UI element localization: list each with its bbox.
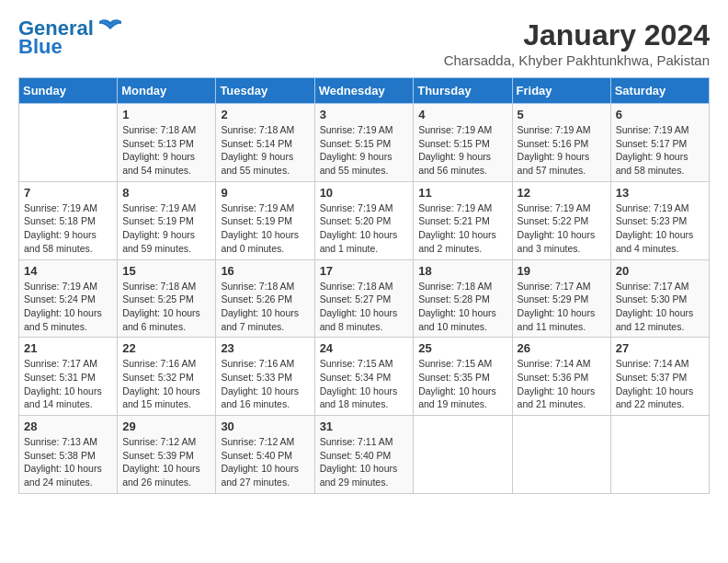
day-info: Sunrise: 7:19 AMSunset: 5:17 PMDaylight:… [616, 123, 704, 178]
day-info: Sunrise: 7:19 AMSunset: 5:23 PMDaylight:… [616, 201, 704, 256]
calendar-cell: 24Sunrise: 7:15 AMSunset: 5:34 PMDayligh… [314, 338, 414, 416]
calendar-week-row: 21Sunrise: 7:17 AMSunset: 5:31 PMDayligh… [19, 338, 710, 416]
calendar-cell: 17Sunrise: 7:18 AMSunset: 5:27 PMDayligh… [314, 259, 414, 338]
calendar-cell: 15Sunrise: 7:18 AMSunset: 5:25 PMDayligh… [118, 259, 216, 338]
day-number: 19 [518, 264, 606, 278]
day-info: Sunrise: 7:15 AMSunset: 5:35 PMDaylight:… [418, 357, 506, 411]
calendar-cell [610, 416, 709, 494]
calendar-cell: 25Sunrise: 7:15 AMSunset: 5:35 PMDayligh… [414, 338, 512, 416]
day-number: 26 [518, 341, 606, 355]
location-subtitle: Charsadda, Khyber Pakhtunkhwa, Pakistan [444, 52, 710, 68]
calendar-cell: 30Sunrise: 7:12 AMSunset: 5:40 PMDayligh… [216, 416, 314, 494]
calendar-table: Sunday Monday Tuesday Wednesday Thursday… [18, 77, 710, 494]
day-info: Sunrise: 7:18 AMSunset: 5:28 PMDaylight:… [418, 280, 506, 334]
day-info: Sunrise: 7:19 AMSunset: 5:18 PMDaylight:… [24, 201, 112, 256]
calendar-week-row: 28Sunrise: 7:13 AMSunset: 5:38 PMDayligh… [19, 416, 710, 494]
day-number: 5 [518, 108, 606, 121]
day-info: Sunrise: 7:19 AMSunset: 5:16 PMDaylight:… [518, 123, 606, 178]
day-info: Sunrise: 7:18 AMSunset: 5:27 PMDaylight:… [320, 280, 409, 334]
day-number: 4 [418, 108, 506, 121]
day-info: Sunrise: 7:18 AMSunset: 5:26 PMDaylight:… [221, 280, 309, 334]
logo-bird-icon [97, 18, 123, 39]
day-number: 7 [24, 186, 112, 200]
calendar-cell: 16Sunrise: 7:18 AMSunset: 5:26 PMDayligh… [216, 259, 314, 338]
calendar-cell: 1Sunrise: 7:18 AMSunset: 5:13 PMDaylight… [118, 104, 216, 182]
day-number: 10 [320, 186, 409, 200]
calendar-cell: 5Sunrise: 7:19 AMSunset: 5:16 PMDaylight… [512, 104, 610, 182]
day-info: Sunrise: 7:16 AMSunset: 5:32 PMDaylight:… [122, 357, 210, 411]
day-number: 23 [221, 341, 309, 355]
day-number: 6 [616, 108, 704, 121]
header-friday: Friday [512, 78, 610, 104]
day-info: Sunrise: 7:15 AMSunset: 5:34 PMDaylight:… [320, 357, 409, 411]
day-number: 30 [221, 419, 309, 433]
calendar-header-row: Sunday Monday Tuesday Wednesday Thursday… [19, 78, 710, 104]
day-number: 27 [616, 341, 704, 355]
calendar-cell: 21Sunrise: 7:17 AMSunset: 5:31 PMDayligh… [19, 338, 118, 416]
day-number: 28 [24, 419, 112, 433]
day-number: 18 [418, 264, 506, 278]
calendar-cell: 3Sunrise: 7:19 AMSunset: 5:15 PMDaylight… [314, 104, 414, 182]
calendar-cell: 13Sunrise: 7:19 AMSunset: 5:23 PMDayligh… [610, 181, 709, 259]
day-info: Sunrise: 7:18 AMSunset: 5:25 PMDaylight:… [122, 280, 210, 334]
day-number: 20 [616, 264, 704, 278]
header-saturday: Saturday [610, 78, 709, 104]
calendar-cell: 9Sunrise: 7:19 AMSunset: 5:19 PMDaylight… [216, 181, 314, 259]
day-info: Sunrise: 7:17 AMSunset: 5:31 PMDaylight:… [24, 357, 112, 411]
calendar-cell: 4Sunrise: 7:19 AMSunset: 5:15 PMDaylight… [414, 104, 512, 182]
day-number: 3 [320, 108, 409, 121]
day-info: Sunrise: 7:11 AMSunset: 5:40 PMDaylight:… [320, 435, 409, 489]
day-number: 17 [320, 264, 409, 278]
day-info: Sunrise: 7:14 AMSunset: 5:37 PMDaylight:… [616, 357, 704, 411]
calendar-week-row: 7Sunrise: 7:19 AMSunset: 5:18 PMDaylight… [19, 181, 710, 259]
day-info: Sunrise: 7:19 AMSunset: 5:24 PMDaylight:… [24, 280, 112, 334]
day-number: 29 [122, 419, 210, 433]
header-thursday: Thursday [414, 78, 512, 104]
day-number: 9 [221, 186, 309, 200]
calendar-cell: 28Sunrise: 7:13 AMSunset: 5:38 PMDayligh… [19, 416, 118, 494]
calendar-cell: 26Sunrise: 7:14 AMSunset: 5:36 PMDayligh… [512, 338, 610, 416]
day-info: Sunrise: 7:12 AMSunset: 5:39 PMDaylight:… [122, 435, 210, 489]
day-info: Sunrise: 7:14 AMSunset: 5:36 PMDaylight:… [518, 357, 606, 411]
day-number: 2 [221, 108, 309, 121]
day-number: 24 [320, 341, 409, 355]
day-info: Sunrise: 7:16 AMSunset: 5:33 PMDaylight:… [221, 357, 309, 411]
calendar-cell: 10Sunrise: 7:19 AMSunset: 5:20 PMDayligh… [314, 181, 414, 259]
day-number: 12 [518, 186, 606, 200]
calendar-cell: 18Sunrise: 7:18 AMSunset: 5:28 PMDayligh… [414, 259, 512, 338]
calendar-cell: 19Sunrise: 7:17 AMSunset: 5:29 PMDayligh… [512, 259, 610, 338]
day-number: 21 [24, 341, 112, 355]
calendar-cell: 23Sunrise: 7:16 AMSunset: 5:33 PMDayligh… [216, 338, 314, 416]
day-number: 11 [418, 186, 506, 200]
day-info: Sunrise: 7:13 AMSunset: 5:38 PMDaylight:… [24, 435, 112, 489]
day-info: Sunrise: 7:18 AMSunset: 5:13 PMDaylight:… [122, 123, 210, 178]
day-number: 14 [24, 264, 112, 278]
day-info: Sunrise: 7:19 AMSunset: 5:19 PMDaylight:… [122, 201, 210, 256]
day-number: 8 [122, 186, 210, 200]
calendar-cell: 29Sunrise: 7:12 AMSunset: 5:39 PMDayligh… [118, 416, 216, 494]
calendar-cell: 12Sunrise: 7:19 AMSunset: 5:22 PMDayligh… [512, 181, 610, 259]
page-header: General Blue January 2024 Charsadda, Khy… [18, 18, 710, 68]
day-info: Sunrise: 7:19 AMSunset: 5:15 PMDaylight:… [320, 123, 409, 178]
header-tuesday: Tuesday [216, 78, 314, 104]
day-info: Sunrise: 7:19 AMSunset: 5:21 PMDaylight:… [418, 201, 506, 256]
calendar-cell: 31Sunrise: 7:11 AMSunset: 5:40 PMDayligh… [314, 416, 414, 494]
header-sunday: Sunday [19, 78, 118, 104]
day-info: Sunrise: 7:19 AMSunset: 5:15 PMDaylight:… [418, 123, 506, 178]
calendar-cell: 14Sunrise: 7:19 AMSunset: 5:24 PMDayligh… [19, 259, 118, 338]
calendar-cell: 7Sunrise: 7:19 AMSunset: 5:18 PMDaylight… [19, 181, 118, 259]
day-number: 16 [221, 264, 309, 278]
calendar-week-row: 1Sunrise: 7:18 AMSunset: 5:13 PMDaylight… [19, 104, 710, 182]
day-number: 13 [616, 186, 704, 200]
day-info: Sunrise: 7:18 AMSunset: 5:14 PMDaylight:… [221, 123, 309, 178]
calendar-cell: 20Sunrise: 7:17 AMSunset: 5:30 PMDayligh… [610, 259, 709, 338]
day-number: 15 [122, 264, 210, 278]
title-block: January 2024 Charsadda, Khyber Pakhtunkh… [444, 18, 710, 68]
logo: General Blue [18, 18, 123, 59]
day-info: Sunrise: 7:19 AMSunset: 5:22 PMDaylight:… [518, 201, 606, 256]
day-number: 31 [320, 419, 409, 433]
calendar-cell: 22Sunrise: 7:16 AMSunset: 5:32 PMDayligh… [118, 338, 216, 416]
month-year-title: January 2024 [444, 18, 710, 52]
calendar-cell [19, 104, 118, 182]
day-info: Sunrise: 7:17 AMSunset: 5:30 PMDaylight:… [616, 280, 704, 334]
